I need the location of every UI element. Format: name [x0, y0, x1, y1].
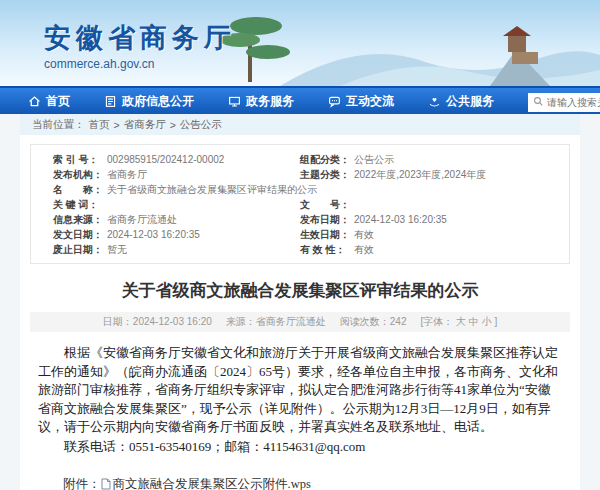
meta-label: 索 引 号： [53, 152, 107, 167]
main-nav: 首页 政府信息公开 政务服务 互动交流 公共服务 搜索 [0, 86, 600, 114]
attachment-file-name: 商文旅融合发展集聚区公示附件.wps [113, 477, 311, 490]
font-size-large[interactable]: 大 [456, 316, 466, 327]
font-size-medium[interactable]: 中 [469, 316, 479, 327]
site-header: 安徽省商务厅 commerce.ah.gov.cn [0, 0, 600, 86]
gov-info-icon [104, 95, 117, 108]
breadcrumb-link-dept[interactable]: 省商务厅 [124, 118, 166, 132]
meta-row: 信息来源：省商务厅流通处 发布日期：2024-12-03 16:20:35 [53, 212, 547, 227]
meta-label: 信息来源： [53, 212, 107, 227]
article-info-bar: 日期：2024-12-03 16:20 来源：省商务厅流通处 阅读次数：242 … [30, 312, 570, 332]
meta-value: 省商务厅 [107, 167, 147, 182]
meta-value: 公告公示 [354, 152, 394, 167]
nav-item-gov-info[interactable]: 政府信息公开 [104, 93, 194, 110]
meta-row: 发布机构：省商务厅 主题分类：2022年度,2023年度,2024年度 [53, 167, 547, 182]
breadcrumb-separator: > [170, 119, 176, 131]
nav-item-label: 政务服务 [246, 93, 294, 110]
font-size-label: [字体： [420, 316, 453, 327]
breadcrumb-prefix: 当前位置： [32, 118, 85, 132]
breadcrumb-current: 公告公示 [180, 118, 222, 132]
meta-value: 暂无 [107, 242, 127, 257]
nav-item-label: 政府信息公开 [122, 93, 194, 110]
meta-label: 生效日期： [300, 227, 354, 242]
meta-value: 关于省级商文旅融合发展集聚区评审结果的公示 [107, 182, 317, 197]
meta-value: 002985915/202412-00002 [107, 152, 224, 167]
meta-row: 索 引 号：002985915/202412-00002 组配分类：公告公示 [53, 152, 547, 167]
nav-item-interaction[interactable]: 互动交流 [328, 93, 394, 110]
contact-line: 联系电话：0551-63540169；邮箱：41154631@qq.com [38, 438, 562, 457]
meta-value: 2022年度,2023年度,2024年度 [354, 167, 486, 182]
meta-label: 组配分类： [300, 152, 354, 167]
meta-value: 2024-12-03 16:20:35 [107, 227, 200, 242]
article-view-count: 阅读次数：242 [340, 315, 407, 329]
attachment-label: 附件： [63, 477, 101, 490]
site-logo: 安徽省商务厅 commerce.ah.gov.cn [44, 20, 236, 71]
nav-search: 搜索 [528, 92, 600, 111]
chat-icon [328, 95, 341, 108]
content-sheet: 索 引 号：002985915/202412-00002 组配分类：公告公示 发… [20, 135, 580, 490]
breadcrumb-link-home[interactable]: 首页 [89, 118, 110, 132]
article-source: 来源：省商务厅流通处 [226, 315, 326, 329]
breadcrumb: 当前位置： 首页 > 省商务厅 > 公告公示 [20, 114, 580, 135]
site-name: 安徽省商务厅 [44, 20, 236, 56]
nav-item-label: 首页 [46, 93, 70, 110]
nav-item-public-service[interactable]: 公共服务 [428, 93, 494, 110]
meta-value: 有效 [354, 227, 374, 242]
meta-label: 文 号： [300, 197, 354, 212]
meta-row: 废止日期：暂无 有 效 性：有效 [53, 242, 547, 257]
heart-hand-icon [428, 95, 441, 108]
meta-label: 发文日期： [53, 227, 107, 242]
meta-label: 有 效 性： [300, 242, 354, 257]
breadcrumb-separator: > [114, 119, 120, 131]
meta-row: 名 称：关于省级商文旅融合发展集聚区评审结果的公示 [53, 182, 547, 197]
font-size-control: [字体： 大 中 小 ] [420, 315, 497, 329]
nav-item-label: 互动交流 [346, 93, 394, 110]
nav-item-home[interactable]: 首页 [28, 93, 70, 110]
monitor-icon [228, 95, 241, 108]
font-size-label-close: ] [494, 316, 497, 327]
meta-label: 主题分类： [300, 167, 354, 182]
meta-row: 关 键 词： 文 号： [53, 197, 547, 212]
article-title: 关于省级商文旅融合发展集聚区评审结果的公示 [30, 279, 570, 302]
meta-label: 名 称： [53, 182, 107, 197]
meta-label: 发布机构： [53, 167, 107, 182]
meta-value: 有效 [354, 242, 374, 257]
attachment-link[interactable]: 商文旅融合发展集聚区公示附件.wps [101, 477, 311, 490]
header-scenery-image [220, 0, 600, 86]
article-paragraph: 根据《安徽省商务厅安徽省文化和旅游厅关于开展省级商文旅融合发展集聚区推荐认定工作… [38, 344, 562, 437]
home-icon [28, 95, 41, 108]
font-size-small[interactable]: 小 [482, 316, 492, 327]
nav-item-services[interactable]: 政务服务 [228, 93, 294, 110]
attachment-row: 附件：商文旅融合发展集聚区公示附件.wps [38, 476, 562, 490]
file-icon [101, 478, 111, 490]
document-meta-table: 索 引 号：002985915/202412-00002 组配分类：公告公示 发… [30, 144, 570, 264]
meta-row: 发文日期：2024-12-03 16:20:35 生效日期：有效 [53, 227, 547, 242]
meta-label: 废止日期： [53, 242, 107, 257]
article-date: 日期：2024-12-03 16:20 [103, 315, 212, 329]
meta-value: 省商务厅流通处 [107, 212, 177, 227]
meta-label: 发布日期： [300, 212, 354, 227]
meta-value: 2024-12-03 16:20:35 [354, 212, 447, 227]
meta-label: 关 键 词： [53, 197, 107, 212]
nav-item-label: 公共服务 [446, 93, 494, 110]
article-body: 根据《安徽省商务厅安徽省文化和旅游厅关于开展省级商文旅融合发展集聚区推荐认定工作… [38, 344, 562, 456]
search-icon [533, 96, 544, 107]
site-url: commerce.ah.gov.cn [44, 57, 236, 71]
